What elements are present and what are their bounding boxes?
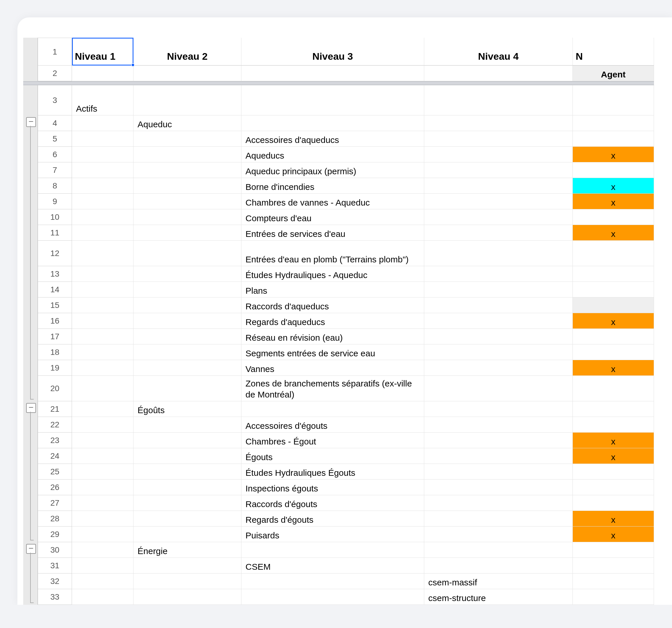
cell[interactable] bbox=[72, 66, 134, 81]
cell-niveau1[interactable] bbox=[72, 241, 134, 266]
cell-niveau3[interactable]: Réseau en révision (eau) bbox=[241, 329, 424, 345]
cell-niveau1[interactable] bbox=[72, 511, 134, 527]
cell-niveau2[interactable] bbox=[134, 298, 241, 313]
cell-niveau4[interactable] bbox=[424, 542, 573, 558]
row-number[interactable]: 3 bbox=[38, 85, 72, 116]
cell-niveau1[interactable] bbox=[72, 574, 134, 589]
row-number[interactable]: 25 bbox=[38, 464, 72, 480]
cell-niveau4[interactable] bbox=[424, 85, 573, 116]
cell-niveau4[interactable] bbox=[424, 162, 573, 178]
cell-niveau2[interactable] bbox=[134, 495, 241, 511]
cell-agent[interactable]: x bbox=[573, 360, 654, 376]
row-number[interactable]: 20 bbox=[38, 376, 72, 401]
cell-niveau3[interactable]: Études Hydrauliques - Aqueduc bbox=[241, 266, 424, 282]
cell-niveau3[interactable] bbox=[241, 574, 424, 589]
cell-niveau3[interactable] bbox=[241, 589, 424, 605]
row-number[interactable]: 23 bbox=[38, 433, 72, 448]
cell-agent[interactable] bbox=[573, 558, 654, 574]
cell-niveau2[interactable] bbox=[134, 345, 241, 360]
cell-niveau1[interactable] bbox=[72, 266, 134, 282]
cell-niveau4[interactable] bbox=[424, 376, 573, 401]
cell-agent[interactable]: x bbox=[573, 147, 654, 162]
cell-niveau1[interactable] bbox=[72, 558, 134, 574]
cell-agent[interactable] bbox=[573, 464, 654, 480]
cell-niveau3[interactable] bbox=[241, 401, 424, 417]
column-header-b[interactable]: Niveau 1 bbox=[72, 38, 134, 66]
cell-niveau2[interactable] bbox=[134, 131, 241, 147]
cell-niveau3[interactable]: Vannes bbox=[241, 360, 424, 376]
row-number[interactable]: 28 bbox=[38, 511, 72, 527]
row-number[interactable]: 16 bbox=[38, 313, 72, 329]
cell-niveau2[interactable] bbox=[134, 313, 241, 329]
column-header-f-partial[interactable]: N bbox=[573, 38, 654, 66]
cell-agent[interactable] bbox=[573, 574, 654, 589]
cell-niveau3[interactable]: Raccords d'aqueducs bbox=[241, 298, 424, 313]
row-number[interactable]: 10 bbox=[38, 209, 72, 225]
cell-niveau3[interactable]: Regards d'aqueducs bbox=[241, 313, 424, 329]
row-number[interactable]: 26 bbox=[38, 480, 72, 495]
cell[interactable] bbox=[241, 66, 424, 81]
cell[interactable] bbox=[424, 66, 573, 81]
cell-niveau1[interactable] bbox=[72, 162, 134, 178]
cell-niveau4[interactable] bbox=[424, 345, 573, 360]
row-number[interactable]: 1 bbox=[38, 38, 72, 66]
cell-niveau2[interactable] bbox=[134, 448, 241, 464]
cell-niveau3[interactable]: Regards d'égouts bbox=[241, 511, 424, 527]
cell-niveau1[interactable] bbox=[72, 527, 134, 542]
cell-niveau1[interactable] bbox=[72, 131, 134, 147]
row-number[interactable]: 33 bbox=[38, 589, 72, 605]
cell-niveau3[interactable]: Raccords d'égouts bbox=[241, 495, 424, 511]
cell-niveau1[interactable] bbox=[72, 417, 134, 433]
cell-niveau2[interactable] bbox=[134, 433, 241, 448]
spreadsheet-grid[interactable]: 1 Niveau 1 Niveau 2 Niveau 3 Niveau 4 N … bbox=[23, 38, 672, 605]
cell-agent[interactable] bbox=[573, 495, 654, 511]
cell-niveau2[interactable]: Aqueduc bbox=[134, 116, 241, 131]
cell-niveau3[interactable]: Borne d'incendies bbox=[241, 178, 424, 194]
row-number[interactable]: 29 bbox=[38, 527, 72, 542]
cell-niveau2[interactable] bbox=[134, 147, 241, 162]
cell-agent[interactable] bbox=[573, 589, 654, 605]
column-header-d[interactable]: Niveau 3 bbox=[241, 38, 424, 66]
cell-agent[interactable] bbox=[573, 85, 654, 116]
cell-niveau1[interactable] bbox=[72, 376, 134, 401]
cell-niveau1[interactable] bbox=[72, 360, 134, 376]
cell-niveau4[interactable] bbox=[424, 417, 573, 433]
cell-niveau4[interactable] bbox=[424, 209, 573, 225]
row-number[interactable]: 15 bbox=[38, 298, 72, 313]
cell-niveau2[interactable] bbox=[134, 527, 241, 542]
row-number[interactable]: 21 bbox=[38, 401, 72, 417]
cell-niveau3[interactable]: Études Hydrauliques Égouts bbox=[241, 464, 424, 480]
cell-niveau1[interactable] bbox=[72, 298, 134, 313]
row-number[interactable]: 13 bbox=[38, 266, 72, 282]
cell-niveau4[interactable] bbox=[424, 558, 573, 574]
cell-niveau2[interactable] bbox=[134, 558, 241, 574]
cell-niveau1[interactable] bbox=[72, 542, 134, 558]
cell-niveau2[interactable] bbox=[134, 574, 241, 589]
cell-niveau1[interactable] bbox=[72, 313, 134, 329]
cell-niveau1[interactable] bbox=[72, 116, 134, 131]
cell-agent[interactable] bbox=[573, 345, 654, 360]
cell-niveau3[interactable] bbox=[241, 542, 424, 558]
cell-niveau4[interactable] bbox=[424, 225, 573, 241]
row-number[interactable]: 17 bbox=[38, 329, 72, 345]
cell-niveau4[interactable] bbox=[424, 527, 573, 542]
cell[interactable] bbox=[134, 66, 241, 81]
cell-agent[interactable] bbox=[573, 329, 654, 345]
row-number[interactable]: 27 bbox=[38, 495, 72, 511]
cell-niveau4[interactable] bbox=[424, 178, 573, 194]
row-number[interactable]: 30 bbox=[38, 542, 72, 558]
row-number[interactable]: 9 bbox=[38, 194, 72, 209]
outline-collapse-button[interactable]: – bbox=[26, 544, 36, 554]
cell-niveau2[interactable] bbox=[134, 178, 241, 194]
cell-niveau2[interactable] bbox=[134, 194, 241, 209]
cell-niveau1[interactable] bbox=[72, 147, 134, 162]
cell-agent[interactable] bbox=[573, 480, 654, 495]
row-number[interactable]: 2 bbox=[38, 66, 72, 81]
cell-niveau3[interactable]: Puisards bbox=[241, 527, 424, 542]
cell-niveau1[interactable] bbox=[72, 433, 134, 448]
cell-niveau1[interactable] bbox=[72, 495, 134, 511]
cell-niveau3[interactable]: Accessoires d'aqueducs bbox=[241, 131, 424, 147]
subheader-agent[interactable]: Agent bbox=[573, 66, 654, 81]
cell-niveau3[interactable]: Plans bbox=[241, 282, 424, 298]
cell-niveau3[interactable]: Aqueducs bbox=[241, 147, 424, 162]
